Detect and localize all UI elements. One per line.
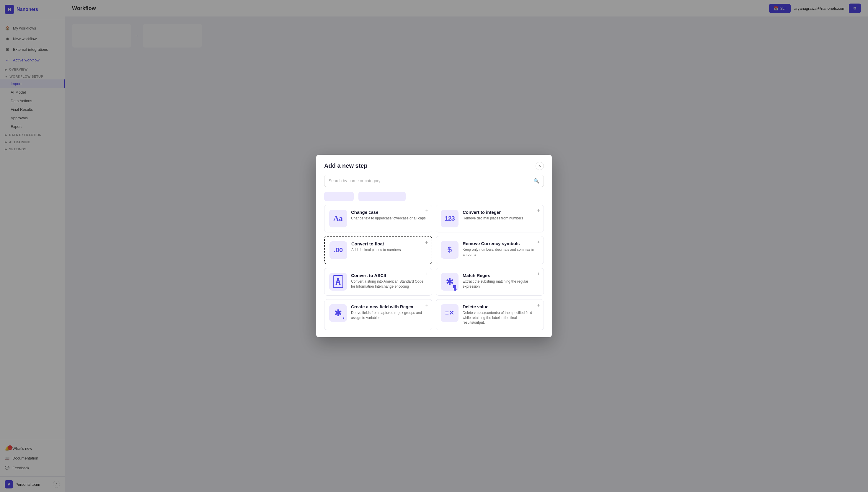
card-content-convert-integer: Convert to integer Remove decimal places…: [463, 210, 539, 221]
card-title-change-case: Change case: [351, 210, 427, 215]
card-content-delete-value: Delete value Delete values(contents) of …: [463, 304, 539, 325]
filter-skeleton-row: [324, 192, 544, 201]
ascii-icon: A: [333, 275, 343, 288]
create-regex-dot-icon: ●: [343, 316, 344, 320]
card-add-convert-ascii[interactable]: +: [425, 271, 428, 277]
card-icon-delete-value: ≡✕: [441, 304, 459, 322]
modal-search-area: 🔍: [316, 175, 552, 192]
card-desc-match-regex: Extract the substring matching the regul…: [463, 279, 539, 289]
card-icon-match-regex: ✱ ●: [441, 273, 459, 291]
delete-value-icon: ≡✕: [445, 309, 454, 317]
filter-pill-1[interactable]: [324, 192, 354, 201]
modal-header: Add a new step ×: [316, 155, 552, 175]
card-content-remove-currency: Remove Currency symbols Keep only number…: [463, 241, 539, 257]
modal-overlay: Add a new step × 🔍 Aa: [0, 0, 868, 492]
convert-float-icon: .00: [334, 246, 343, 254]
card-icon-convert-ascii: A: [329, 273, 347, 291]
create-regex-field-icon: ✱: [334, 308, 342, 319]
card-desc-change-case: Change text to uppercase/lowercase or al…: [351, 216, 427, 221]
card-content-convert-ascii: Convert to ASCII Convert a string into A…: [351, 273, 427, 289]
card-add-convert-integer[interactable]: +: [537, 208, 540, 214]
card-content-change-case: Change case Change text to uppercase/low…: [351, 210, 427, 221]
card-title-convert-integer: Convert to integer: [463, 210, 539, 215]
card-convert-to-integer[interactable]: 123 Convert to integer Remove decimal pl…: [436, 205, 544, 232]
card-title-convert-float: Convert to float: [351, 241, 427, 246]
card-desc-convert-float: Add decimal places to numbers: [351, 247, 427, 252]
card-add-change-case[interactable]: +: [425, 208, 428, 214]
card-add-remove-currency[interactable]: +: [537, 239, 540, 245]
card-desc-remove-currency: Keep only numbers, decimals and commas i…: [463, 247, 539, 257]
card-title-match-regex: Match Regex: [463, 273, 539, 278]
modal-close-button[interactable]: ×: [536, 162, 544, 170]
card-desc-convert-ascii: Convert a string into American Standard …: [351, 279, 427, 289]
card-desc-delete-value: Delete values(contents) of the specified…: [463, 311, 539, 325]
card-add-delete-value[interactable]: +: [537, 302, 540, 309]
card-convert-to-float[interactable]: .00 Convert to float Add decimal places …: [324, 236, 432, 264]
card-remove-currency[interactable]: $ Remove Currency symbols Keep only numb…: [436, 236, 544, 264]
card-title-create-field-regex: Create a new field with Regex: [351, 304, 427, 309]
card-add-convert-float[interactable]: +: [425, 240, 428, 246]
filter-pill-2[interactable]: [358, 192, 406, 201]
card-title-convert-ascii: Convert to ASCII: [351, 273, 427, 278]
card-title-remove-currency: Remove Currency symbols: [463, 241, 539, 246]
card-content-create-field-regex: Create a new field with Regex Derive fie…: [351, 304, 427, 320]
card-icon-remove-currency: $: [441, 241, 459, 259]
card-icon-change-case: Aa: [329, 210, 347, 227]
step-cards-grid: Aa Change case Change text to uppercase/…: [324, 205, 544, 330]
modal-title: Add a new step: [324, 163, 367, 169]
match-regex-icon: ✱: [446, 276, 454, 287]
convert-integer-icon: 123: [444, 215, 455, 222]
card-delete-value[interactable]: ≡✕ Delete value Delete values(contents) …: [436, 299, 544, 330]
card-icon-convert-integer: 123: [441, 210, 459, 227]
card-add-match-regex[interactable]: +: [537, 271, 540, 277]
card-content-match-regex: Match Regex Extract the substring matchi…: [463, 273, 539, 289]
card-title-delete-value: Delete value: [463, 304, 539, 309]
card-match-regex[interactable]: ✱ ● Match Regex Extract the substring ma…: [436, 268, 544, 296]
modal-body: Aa Change case Change text to uppercase/…: [316, 192, 552, 337]
change-case-icon: Aa: [333, 214, 343, 223]
search-icon: 🔍: [534, 178, 539, 184]
regex-dot-icon: ●: [453, 285, 456, 288]
search-box: 🔍: [324, 175, 544, 187]
search-input[interactable]: [329, 178, 531, 183]
card-icon-convert-float: .00: [330, 241, 347, 259]
card-icon-create-field-regex: ✱ ●: [329, 304, 347, 322]
card-add-create-field-regex[interactable]: +: [425, 302, 428, 309]
card-change-case[interactable]: Aa Change case Change text to uppercase/…: [324, 205, 432, 232]
currency-icon: $: [448, 245, 452, 254]
card-desc-create-field-regex: Derive fields from captured regex groups…: [351, 311, 427, 320]
card-content-convert-float: Convert to float Add decimal places to n…: [351, 241, 427, 252]
card-desc-convert-integer: Remove decimal places from numbers: [463, 216, 539, 221]
card-convert-to-ascii[interactable]: A Convert to ASCII Convert a string into…: [324, 268, 432, 296]
card-create-field-regex[interactable]: ✱ ● Create a new field with Regex Derive…: [324, 299, 432, 330]
add-step-modal: Add a new step × 🔍 Aa: [316, 155, 552, 337]
